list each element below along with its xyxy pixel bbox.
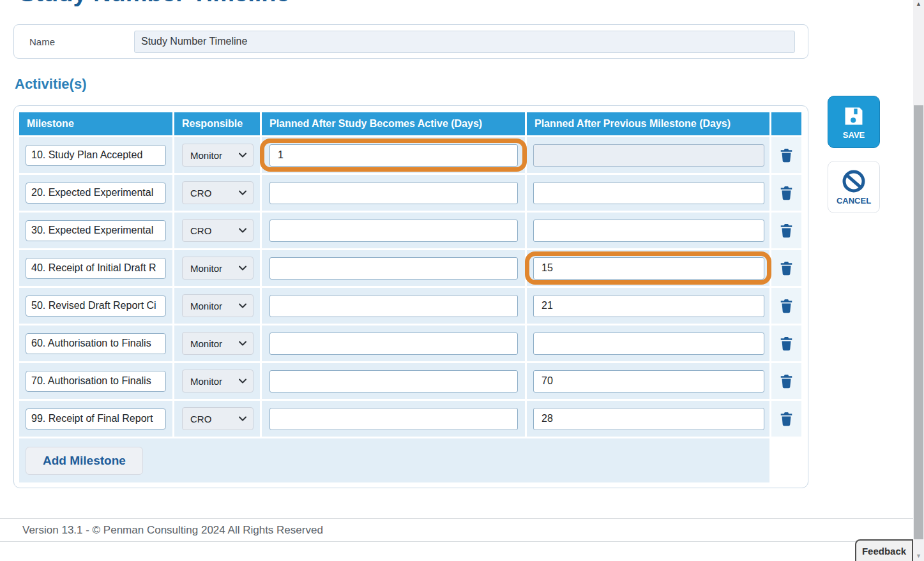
milestone-input[interactable] — [26, 220, 166, 241]
column-header-milestone: Milestone — [19, 112, 172, 135]
after-previous-cell — [527, 363, 769, 399]
milestone-input[interactable] — [26, 333, 166, 354]
activities-card: Milestone Responsible Planned After Stud… — [13, 105, 808, 488]
responsible-select[interactable]: CRO — [182, 181, 254, 204]
after-previous-cell — [527, 401, 769, 437]
footer: Version 13.1 - © Penman Consulting 2024 … — [0, 518, 913, 542]
delete-milestone-button[interactable] — [777, 409, 796, 429]
responsible-selected-value: CRO — [190, 225, 211, 236]
after-active-cell — [262, 175, 525, 211]
responsible-select[interactable]: Monitor — [182, 294, 254, 317]
delete-milestone-button[interactable] — [777, 334, 796, 354]
add-milestone-button[interactable]: Add Milestone — [26, 447, 143, 475]
responsible-select[interactable]: Monitor — [182, 144, 254, 167]
after-previous-input[interactable] — [533, 408, 764, 430]
responsible-select[interactable]: CRO — [182, 407, 254, 430]
after-previous-input[interactable] — [533, 220, 764, 242]
responsible-cell: Monitor — [174, 250, 260, 286]
delete-milestone-button[interactable] — [777, 258, 796, 278]
after-active-input[interactable] — [269, 220, 518, 242]
responsible-cell: CRO — [174, 175, 260, 211]
scroll-up-arrow-icon[interactable]: ▲ — [913, 1, 924, 7]
responsible-selected-value: CRO — [190, 414, 211, 424]
activities-heading: Activitie(s) — [15, 76, 86, 93]
trash-icon — [780, 261, 793, 276]
save-button[interactable]: SAVE — [828, 96, 880, 148]
trash-icon — [780, 148, 793, 163]
after-previous-input[interactable] — [533, 144, 764, 167]
delete-cell — [771, 175, 801, 211]
milestone-cell — [19, 175, 172, 211]
cancel-button[interactable]: CANCEL — [828, 161, 880, 213]
after-previous-input[interactable] — [533, 295, 764, 317]
after-active-input[interactable] — [269, 333, 518, 355]
after-previous-input[interactable] — [533, 182, 764, 204]
milestone-cell — [19, 325, 172, 361]
milestone-input[interactable] — [26, 145, 166, 166]
responsible-selected-value: Monitor — [190, 301, 222, 311]
after-previous-cell — [527, 325, 769, 361]
milestone-input[interactable] — [26, 408, 166, 430]
after-active-cell — [262, 401, 525, 437]
milestone-cell — [19, 137, 172, 173]
responsible-selected-value: CRO — [190, 188, 211, 198]
milestone-cell — [19, 213, 172, 248]
after-active-input[interactable] — [269, 182, 518, 204]
delete-cell — [771, 325, 801, 361]
chevron-down-icon — [239, 341, 246, 346]
after-previous-cell — [527, 250, 769, 286]
responsible-cell: CRO — [174, 401, 260, 437]
milestone-input[interactable] — [26, 371, 166, 392]
column-header-after-previous: Planned After Previous Milestone (Days) — [527, 112, 769, 135]
milestone-cell — [19, 288, 172, 324]
after-active-input[interactable] — [269, 144, 518, 167]
after-active-cell — [262, 137, 525, 173]
delete-cell — [771, 250, 801, 286]
milestone-cell — [19, 250, 172, 286]
responsible-select[interactable]: Monitor — [182, 332, 254, 355]
scrollbar[interactable]: ▲ ▼ — [913, 0, 924, 561]
responsible-selected-value: Monitor — [190, 338, 222, 349]
after-previous-input[interactable] — [533, 370, 764, 393]
chevron-down-icon — [239, 303, 246, 308]
feedback-button[interactable]: Feedback — [855, 539, 913, 561]
after-active-cell — [262, 213, 525, 248]
milestone-input[interactable] — [26, 183, 166, 204]
after-active-input[interactable] — [269, 295, 518, 317]
after-previous-cell — [527, 288, 769, 324]
scroll-down-arrow-icon[interactable]: ▼ — [913, 553, 924, 559]
after-previous-input[interactable] — [533, 257, 764, 280]
responsible-select[interactable]: Monitor — [182, 370, 254, 393]
chevron-down-icon — [239, 378, 246, 384]
after-previous-cell — [527, 213, 769, 248]
delete-milestone-button[interactable] — [777, 371, 796, 391]
trash-icon — [780, 186, 793, 200]
delete-milestone-button[interactable] — [777, 183, 796, 203]
delete-cell — [771, 288, 801, 324]
trash-icon — [780, 412, 793, 426]
name-input[interactable] — [134, 31, 795, 53]
delete-cell — [771, 363, 801, 399]
after-active-input[interactable] — [269, 370, 518, 393]
after-previous-input[interactable] — [533, 333, 764, 355]
delete-milestone-button[interactable] — [777, 296, 796, 316]
prohibition-icon — [841, 168, 867, 194]
responsible-select[interactable]: Monitor — [182, 257, 254, 280]
milestones-table: Milestone Responsible Planned After Stud… — [19, 112, 801, 437]
delete-milestone-button[interactable] — [777, 221, 796, 241]
milestone-input[interactable] — [26, 258, 166, 279]
delete-milestone-button[interactable] — [777, 146, 796, 165]
responsible-selected-value: Monitor — [190, 263, 222, 274]
after-active-input[interactable] — [269, 257, 518, 280]
version-text: Version 13.1 - © Penman Consulting 2024 … — [0, 524, 323, 537]
responsible-select[interactable]: CRO — [182, 219, 254, 242]
after-active-cell — [262, 288, 525, 324]
scroll-thumb[interactable] — [914, 105, 923, 539]
after-previous-cell — [527, 175, 769, 211]
milestone-input[interactable] — [26, 295, 166, 317]
chevron-down-icon — [239, 266, 246, 271]
name-card: Name — [13, 24, 808, 59]
after-active-input[interactable] — [269, 408, 518, 430]
after-active-cell — [262, 325, 525, 361]
cancel-label: CANCEL — [837, 196, 871, 206]
